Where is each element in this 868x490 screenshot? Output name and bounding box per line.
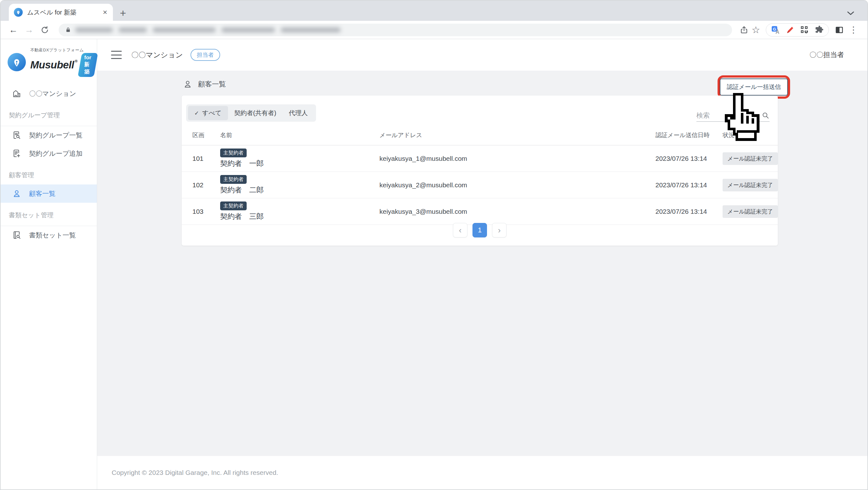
- extensions-group: G: [766, 23, 829, 37]
- role-badge: 担当者: [190, 49, 220, 61]
- page-title: 顧客一覧: [198, 79, 226, 89]
- browser-tab[interactable]: ムスベル for 新築 ×: [9, 4, 113, 21]
- customers-icon: [183, 79, 192, 89]
- hand-cursor: [723, 93, 761, 144]
- sidebar-item-label: 顧客一覧: [29, 189, 56, 198]
- sidebar-section-contract-group: 契約グループ管理: [1, 103, 97, 123]
- copyright-text: Copyright © 2023 Digital Garage, Inc. Al…: [112, 469, 278, 477]
- logo-tagline: 不動産DXプラットフォーム: [30, 47, 96, 53]
- table-row[interactable]: 102 主契約者 契約者 二郎 keiyakusya_2@musubell.co…: [182, 172, 778, 198]
- filter-group: ✓ すべて 契約者(共有者) 代理人: [186, 104, 316, 122]
- logo-for-shinchiku-badge: for 新築: [78, 53, 98, 77]
- share-icon[interactable]: [740, 26, 748, 34]
- primary-contractor-badge: 主契約者: [220, 175, 247, 184]
- hamburger-menu-icon[interactable]: [111, 51, 122, 59]
- browser-toolbar: ← → ☆ G: [1, 21, 867, 39]
- sidebar-item-mansion[interactable]: 〇〇マンション: [1, 85, 97, 103]
- email-cell: keiyakusya_3@musubell.com: [379, 208, 655, 215]
- musubell-favicon: [14, 8, 23, 17]
- sent-at-cell: 2023/07/26 13:14: [655, 208, 722, 215]
- sidebar-item-label: 〇〇マンション: [29, 89, 76, 98]
- current-user[interactable]: 〇〇担当者: [809, 50, 844, 60]
- browser-menu-icon[interactable]: ⋮: [847, 25, 860, 35]
- email-cell: keiyakusya_1@musubell.com: [379, 155, 655, 162]
- primary-contractor-badge: 主契約者: [220, 201, 247, 210]
- sent-at-cell: 2023/07/26 13:14: [655, 181, 722, 189]
- doc-search-icon: [12, 131, 22, 140]
- filter-agents[interactable]: 代理人: [283, 106, 314, 120]
- table-row[interactable]: 101 主契約者 契約者 一郎 keiyakusya_1@musubell.co…: [182, 145, 778, 172]
- table-header-row: 区画 名前 メールアドレス 認証メール送信日時 状況: [182, 131, 778, 145]
- forward-icon[interactable]: →: [23, 24, 35, 36]
- content-area: 顧客一覧 認証メール一括送信 ✓ すべて 契約者(共有者): [97, 71, 867, 456]
- marker-pen-icon[interactable]: [786, 26, 795, 34]
- side-panel-icon[interactable]: [835, 25, 844, 35]
- col-header-unit: 区画: [192, 131, 220, 139]
- sidebar-item-label: 契約グループ追加: [29, 149, 82, 158]
- sidebar-item-customer-list[interactable]: 顧客一覧: [1, 185, 97, 203]
- customer-name: 契約者 二郎: [220, 185, 264, 195]
- person-icon: [12, 189, 22, 198]
- primary-contractor-badge: 主契約者: [220, 149, 247, 157]
- puzzle-extensions-icon[interactable]: [815, 26, 824, 34]
- project-title: 〇〇マンション: [131, 50, 183, 60]
- pagination-page-1[interactable]: 1: [472, 223, 487, 237]
- qr-extension-icon[interactable]: [800, 26, 809, 34]
- check-icon: ✓: [194, 110, 199, 117]
- col-header-sent-at: 認証メール送信日時: [655, 131, 722, 139]
- page-head: 顧客一覧: [183, 79, 226, 89]
- building-icon: [12, 89, 22, 98]
- book-search-icon: [12, 230, 22, 240]
- lock-icon: [65, 27, 71, 33]
- translate-icon[interactable]: G: [771, 26, 780, 34]
- footer: Copyright © 2023 Digital Garage, Inc. Al…: [97, 456, 867, 489]
- new-tab-icon[interactable]: +: [120, 7, 126, 18]
- musubell-logo-icon: [7, 53, 26, 71]
- sidebar-section-customer: 顧客管理: [1, 163, 97, 185]
- name-cell: 主契約者 契約者 二郎: [220, 175, 379, 195]
- name-cell: 主契約者 契約者 一郎: [220, 149, 379, 168]
- reload-icon[interactable]: [38, 24, 51, 36]
- tab-title: ムスベル for 新築: [27, 8, 98, 17]
- status-badge: メール認証未完了: [722, 152, 778, 165]
- sidebar-item-docset-list[interactable]: 書類セット一覧: [1, 226, 97, 244]
- status-badge: メール認証未完了: [722, 179, 778, 191]
- table-row[interactable]: 103 主契約者 契約者 三郎 keiyakusya_3@musubell.co…: [182, 198, 778, 225]
- sidebar-item-label: 契約グループ一覧: [29, 131, 82, 140]
- chevron-down-icon[interactable]: [847, 11, 854, 15]
- sidebar-item-contract-group-add[interactable]: 契約グループ追加: [1, 144, 97, 163]
- musubell-logo[interactable]: 不動産DXプラットフォーム Musubell® for 新築: [1, 39, 97, 85]
- doc-add-icon: [12, 149, 22, 158]
- name-cell: 主契約者 契約者 三郎: [220, 201, 379, 221]
- url-bar[interactable]: [59, 24, 732, 36]
- app-header: 〇〇マンション 担当者 〇〇担当者: [97, 39, 867, 71]
- sidebar-nav: 〇〇マンション 契約グループ管理 契約グループ一覧 契約グループ追加 顧客管理: [1, 85, 97, 244]
- tab-strip: ムスベル for 新築 × +: [1, 1, 867, 21]
- email-cell: keiyakusya_2@musubell.com: [379, 181, 655, 189]
- unit-cell: 103: [192, 208, 220, 215]
- unit-cell: 102: [192, 181, 220, 189]
- svg-text:G: G: [773, 27, 776, 31]
- unit-cell: 101: [192, 155, 220, 162]
- back-icon[interactable]: ←: [7, 24, 20, 36]
- search-icon[interactable]: [762, 111, 770, 120]
- bookmark-star-icon[interactable]: ☆: [752, 24, 760, 35]
- tab-close-icon[interactable]: ×: [103, 8, 107, 16]
- pagination: ‹ 1 ›: [182, 223, 778, 237]
- col-header-name: 名前: [220, 131, 379, 139]
- pagination-next-icon[interactable]: ›: [492, 223, 506, 237]
- logo-brand: Musubell®: [30, 59, 77, 71]
- sent-at-cell: 2023/07/26 13:14: [655, 155, 722, 162]
- customer-name: 契約者 一郎: [220, 159, 264, 168]
- status-badge: メール認証未完了: [722, 205, 778, 218]
- customer-list-card: ✓ すべて 契約者(共有者) 代理人: [182, 96, 778, 246]
- url-redacted: [75, 27, 341, 32]
- sidebar-section-docset: 書類セット管理: [1, 203, 97, 223]
- customer-name: 契約者 三郎: [220, 211, 264, 221]
- pagination-prev-icon[interactable]: ‹: [453, 223, 467, 237]
- filter-contractors[interactable]: 契約者(共有者): [228, 106, 283, 120]
- browser-window: ムスベル for 新築 × + ← → ☆ G: [0, 0, 868, 490]
- sidebar-item-contract-group-list[interactable]: 契約グループ一覧: [1, 126, 97, 144]
- filter-all[interactable]: ✓ すべて: [188, 106, 228, 120]
- sidebar-item-label: 書類セット一覧: [29, 231, 76, 240]
